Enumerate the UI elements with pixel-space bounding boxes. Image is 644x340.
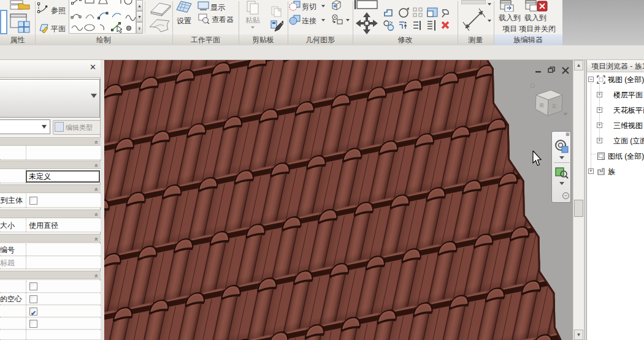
svg-text:左: 左: [551, 103, 557, 109]
svg-text:前: 前: [539, 102, 545, 108]
